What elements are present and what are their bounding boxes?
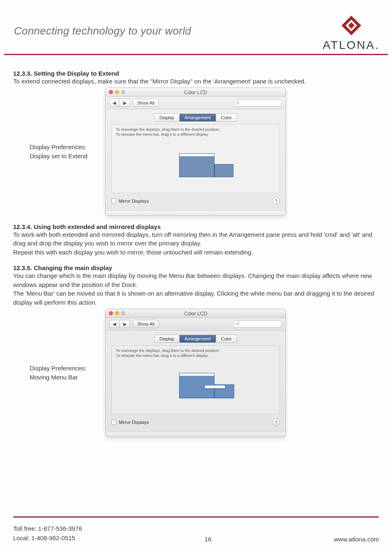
mac-prefs-window-extend: Color LCD ◀ ▶ Show All [105, 88, 286, 216]
display-primary[interactable] [179, 153, 214, 177]
section-both: 12.3.4. Using both extended and mirrored… [13, 223, 379, 257]
tab-display[interactable]: Display [154, 335, 180, 343]
heading-12-3-5: 12.3.5. Changing the main display [13, 264, 379, 271]
checkbox-box-icon [111, 420, 116, 425]
heading-12-3-3: 12.3.3. Setting the Display to Extend [13, 70, 379, 77]
para-12-3-4-b: Repeat this with each display you wish t… [13, 248, 379, 257]
help-button[interactable]: ? [272, 419, 280, 426]
search-field[interactable] [242, 101, 279, 105]
traffic-lights [109, 90, 125, 94]
search-input[interactable] [233, 99, 282, 106]
para-12-3-5-b: The 'Menu Bar' can be moved so that it i… [13, 289, 379, 307]
page-footer: Toll free: 1-877-536-3976 Local: 1-408-9… [13, 516, 379, 543]
menu-bar-indicator[interactable] [180, 373, 214, 376]
forward-button[interactable]: ▶ [120, 99, 130, 107]
tab-arrangement[interactable]: Arrangement [180, 113, 216, 122]
mirror-displays-checkbox[interactable]: Mirror Displays [111, 199, 149, 204]
show-all-button[interactable]: Show All [133, 99, 159, 107]
svg-point-5 [236, 322, 239, 325]
tab-color[interactable]: Color [216, 113, 237, 122]
hint-line-1: To rearrange the displays, drag them to … [116, 127, 275, 132]
checkbox-box-icon [111, 199, 116, 204]
resize-grip[interactable] [106, 432, 286, 437]
mirror-displays-checkbox[interactable]: Mirror Displays [111, 420, 149, 425]
window-toolbar: ◀ ▶ Show All [106, 97, 286, 109]
forward-button[interactable]: ▶ [120, 320, 130, 328]
figure-row-extend: Display Preferences: Display set to Exte… [30, 88, 379, 216]
mac-prefs-window-menubar: Color LCD ◀ ▶ Show All [105, 309, 286, 437]
help-button[interactable]: ? [272, 197, 280, 205]
tab-display[interactable]: Display [154, 113, 180, 122]
menu-bar-indicator[interactable] [180, 154, 214, 156]
page: Connecting technology to your world ATLO… [4, 4, 388, 551]
brand-logo: ATLONA. [323, 15, 380, 52]
figure-caption-extend: Display Preferences: Display set to Exte… [30, 143, 99, 161]
search-input[interactable] [233, 320, 282, 328]
window-titlebar: Color LCD [106, 88, 286, 97]
tab-arrangement[interactable]: Arrangement [180, 335, 216, 343]
section-main-display: 12.3.5. Changing the main display You ca… [13, 264, 379, 437]
resize-grip[interactable] [106, 210, 286, 215]
local-number: Local: 1-408-962-0515 [13, 534, 82, 543]
hint-line-2: To relocate the menu bar, drag it to a d… [116, 353, 275, 358]
mirror-displays-label: Mirror Displays [119, 199, 149, 204]
tab-bar: Display Arrangement Color [106, 113, 286, 122]
window-title: Color LCD [184, 311, 207, 317]
search-field[interactable] [242, 322, 279, 326]
minimize-icon[interactable] [115, 90, 119, 94]
para-12-3-3: To extend connected displays, make sure … [13, 77, 379, 86]
arrangement-panel: To rearrange the displays, drag them to … [111, 345, 280, 414]
page-number: 16 [205, 536, 212, 543]
footer-site: www.atlona.com [334, 536, 379, 543]
logo-diamond-icon [341, 15, 362, 36]
mirror-displays-label: Mirror Displays [119, 420, 149, 425]
heading-12-3-4: 12.3.4. Using both extended and mirrored… [13, 223, 379, 230]
figure-row-menubar: Display Preferences: Moving Menu Bar Col… [30, 309, 379, 437]
page-header: Connecting technology to your world ATLO… [4, 4, 388, 55]
nav-segment: ◀ ▶ [109, 320, 130, 328]
display-arena[interactable] [116, 139, 275, 189]
hint-line-1: To rearrange the displays, drag them to … [116, 348, 275, 353]
search-icon [236, 101, 240, 105]
tab-bar: Display Arrangement Color [106, 335, 286, 343]
traffic-lights [109, 311, 125, 315]
close-icon[interactable] [109, 311, 113, 315]
search-icon [236, 322, 240, 326]
display-secondary[interactable] [214, 164, 233, 177]
svg-line-4 [238, 103, 240, 104]
close-icon[interactable] [109, 90, 113, 94]
brand-wordmark: ATLONA. [323, 39, 380, 52]
window-toolbar: ◀ ▶ Show All [106, 318, 286, 331]
para-12-3-5-a: You can change which is the main display… [13, 271, 379, 289]
svg-line-6 [238, 324, 240, 326]
zoom-icon[interactable] [121, 311, 125, 315]
show-all-button[interactable]: Show All [133, 320, 159, 328]
minimize-icon[interactable] [115, 311, 119, 315]
content-area: 12.3.3. Setting the Display to Extend To… [13, 70, 379, 444]
hint-line-2: To relocate the menu bar, drag it to a d… [116, 132, 275, 137]
window-title: Color LCD [184, 90, 207, 95]
toll-free: Toll free: 1-877-536-3976 [13, 524, 82, 534]
display-arena[interactable] [116, 361, 275, 410]
back-button[interactable]: ◀ [109, 99, 120, 107]
window-bottom-row: Mirror Displays ? [106, 193, 286, 210]
tagline: Connecting technology to your world [14, 25, 191, 37]
window-titlebar: Color LCD [106, 309, 286, 318]
dragging-menu-bar[interactable] [205, 385, 225, 388]
section-extend: 12.3.3. Setting the Display to Extend To… [13, 70, 379, 216]
zoom-icon[interactable] [121, 90, 125, 94]
window-bottom-row: Mirror Displays ? [106, 414, 286, 432]
arrangement-panel: To rearrange the displays, drag them to … [111, 124, 280, 193]
para-12-3-4-a: To work with both extended and mirrored … [13, 230, 379, 248]
nav-segment: ◀ ▶ [109, 99, 130, 107]
footer-contact: Toll free: 1-877-536-3976 Local: 1-408-9… [13, 524, 82, 543]
back-button[interactable]: ◀ [109, 320, 120, 328]
tab-color[interactable]: Color [216, 335, 237, 343]
figure-caption-menubar: Display Preferences: Moving Menu Bar [30, 364, 99, 382]
svg-point-3 [236, 101, 239, 104]
